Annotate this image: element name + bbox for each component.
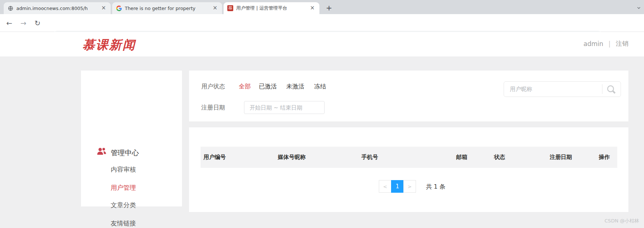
watermark: CSDN @小枯林	[605, 218, 639, 224]
column-email: 邮箱	[453, 154, 491, 161]
globe-icon	[7, 5, 13, 11]
sidebar: 管理中心 内容审核 用户管理 文章分类 友情链接 IP黑名单 设置管理员	[81, 71, 182, 206]
close-icon[interactable]: ×	[100, 5, 107, 12]
username-label: admin	[583, 40, 603, 48]
column-status: 状态	[491, 154, 547, 161]
tab-bar: admin.imoocnews.com:8005/h × There is no…	[0, 0, 644, 14]
imooc-favicon: 慕	[227, 5, 233, 11]
close-icon[interactable]: ×	[212, 5, 218, 12]
close-icon[interactable]: ×	[309, 5, 316, 12]
column-media-nickname: 媒体号昵称	[275, 154, 358, 161]
site-header: 慕课新闻 admin | 注销	[0, 32, 644, 56]
search-divider	[602, 84, 602, 94]
reload-button[interactable]: ↻	[33, 18, 42, 28]
table-header-row: 用户编号 媒体号昵称 手机号 邮箱 状态 注册日期 操作	[201, 147, 617, 168]
status-option-frozen[interactable]: 冻结	[314, 83, 326, 91]
site-logo[interactable]: 慕课新闻	[82, 37, 136, 53]
user-table-panel: 用户编号 媒体号昵称 手机号 邮箱 状态 注册日期 操作 < 1 > 共 1 条	[189, 127, 628, 212]
status-option-inactivated[interactable]: 未激活	[286, 83, 304, 91]
user-status-label: 用户状态	[201, 83, 225, 91]
sidebar-item-admin-center[interactable]: 管理中心	[111, 148, 139, 158]
prev-page-button[interactable]: <	[379, 180, 391, 193]
tab-2[interactable]: There is no getter for property ×	[112, 2, 222, 14]
users-icon	[97, 147, 107, 157]
account-divider: |	[608, 40, 611, 48]
status-option-all[interactable]: 全部	[239, 83, 251, 91]
sidebar-item-article-category[interactable]: 文章分类	[111, 201, 136, 209]
nickname-search-input[interactable]	[504, 81, 621, 97]
nickname-search	[504, 81, 621, 97]
google-g-icon	[116, 5, 122, 11]
back-button[interactable]: ←	[4, 18, 14, 28]
column-user-id: 用户编号	[201, 154, 275, 161]
sidebar-item-friend-links[interactable]: 友情链接	[111, 219, 136, 228]
pagination: < 1 >	[379, 180, 416, 193]
chevron-down-icon[interactable]	[637, 4, 641, 12]
register-date-label: 注册日期	[201, 104, 225, 112]
status-option-activated[interactable]: 已激活	[259, 83, 277, 91]
filter-panel: 用户状态 全部 已激活 未激活 冻结 注册日期	[189, 71, 628, 121]
tab-title: 用户管理 | 运营管理平台	[236, 5, 306, 12]
account-area: admin | 注销	[583, 39, 628, 48]
current-page-button[interactable]: 1	[391, 180, 404, 193]
sidebar-item-content-review[interactable]: 内容审核	[111, 165, 136, 174]
forward-button[interactable]: →	[19, 18, 28, 28]
column-actions: 操作	[596, 154, 617, 161]
browser-window: admin.imoocnews.com:8005/h × There is no…	[0, 0, 644, 228]
tab-3-active[interactable]: 慕 用户管理 | 运营管理平台 ×	[224, 2, 319, 14]
search-icon[interactable]	[606, 84, 617, 95]
next-page-button[interactable]: >	[403, 180, 416, 193]
column-phone: 手机号	[358, 154, 453, 161]
logout-link[interactable]: 注销	[616, 39, 628, 48]
date-range-input[interactable]	[244, 101, 325, 114]
new-tab-button[interactable]: +	[324, 3, 334, 13]
browser-toolbar: ← → ↻ 不安全 admin.imoocnews.com:8080/imooc…	[0, 14, 644, 32]
tab-title: There is no getter for property	[125, 6, 209, 11]
pagination-total: 共 1 条	[426, 183, 445, 191]
tab-title: admin.imoocnews.com:8005/h	[16, 6, 97, 11]
column-register-date: 注册日期	[547, 154, 596, 161]
sidebar-item-user-management[interactable]: 用户管理	[111, 183, 136, 192]
tab-1[interactable]: admin.imoocnews.com:8005/h ×	[4, 2, 111, 14]
